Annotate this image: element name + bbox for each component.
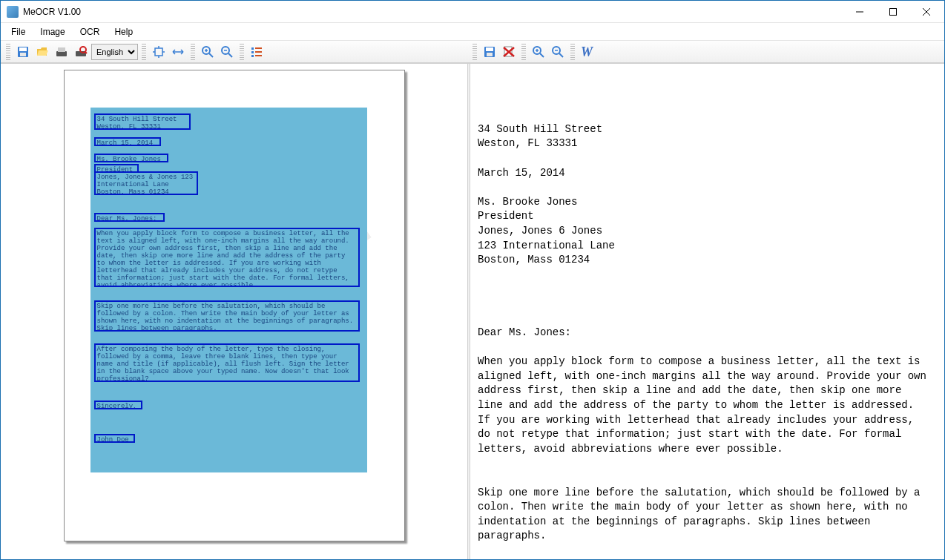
svg-rect-5: [19, 47, 27, 51]
text-output-pane[interactable]: 34 South Hill Street Weston, FL 33331 Ma…: [470, 64, 944, 559]
svg-rect-8: [58, 47, 65, 52]
zone-list-button[interactable]: [248, 43, 266, 61]
left-toolbar: English: [1, 41, 467, 62]
toolbar-grip: [142, 44, 146, 60]
ocr-zone[interactable]: 34 South Hill Street Weston, FL 33331: [94, 113, 191, 130]
scan-ocr-button[interactable]: [72, 43, 90, 61]
output-text[interactable]: 34 South Hill Street Weston, FL 33331 Ma…: [478, 79, 931, 559]
menu-image[interactable]: Image: [33, 24, 72, 39]
export-word-button[interactable]: W: [579, 43, 596, 61]
language-select[interactable]: English: [91, 44, 138, 60]
ocr-zone[interactable]: Skip one more line before the salutation…: [94, 300, 360, 332]
svg-line-14: [209, 53, 213, 57]
open-button[interactable]: [33, 43, 51, 61]
svg-rect-22: [251, 55, 254, 57]
scanned-page[interactable]: SAMPLE 34 South Hill Street Weston, FL 3…: [64, 70, 405, 541]
svg-line-33: [540, 53, 544, 57]
save-text-button[interactable]: [481, 43, 498, 61]
ocr-zone[interactable]: When you apply block form to compose a b…: [94, 228, 360, 287]
ocr-zone[interactable]: John Doe: [94, 434, 135, 443]
svg-line-37: [559, 53, 563, 57]
svg-rect-7: [56, 51, 67, 56]
app-window: MeOCR V1.00 File Image OCR Help English: [0, 0, 945, 560]
toolbar: English W: [1, 41, 944, 63]
close-button[interactable]: [909, 1, 943, 22]
scan-button[interactable]: [53, 43, 70, 61]
zoom-in-button[interactable]: [199, 43, 217, 61]
svg-rect-1: [889, 8, 896, 15]
image-pane[interactable]: SAMPLE 34 South Hill Street Weston, FL 3…: [1, 64, 467, 559]
svg-rect-20: [251, 47, 254, 50]
menubar: File Image OCR Help: [1, 23, 944, 41]
app-icon: [7, 6, 19, 18]
ocr-zone[interactable]: Sincerely,: [94, 401, 142, 409]
svg-rect-12: [155, 48, 162, 56]
fit-page-button[interactable]: [150, 43, 168, 61]
save-button[interactable]: [14, 43, 32, 61]
fit-width-button[interactable]: [169, 43, 187, 61]
ocr-selection-region[interactable]: 34 South Hill Street Weston, FL 33331 Ma…: [90, 108, 367, 472]
toolbar-grip: [472, 44, 477, 60]
zoom-in-text-button[interactable]: [530, 43, 547, 61]
clear-text-button[interactable]: [500, 43, 518, 61]
menu-help[interactable]: Help: [107, 24, 140, 39]
svg-rect-21: [251, 51, 254, 53]
window-title: MeOCR V1.00: [23, 7, 843, 17]
menu-ocr[interactable]: OCR: [73, 24, 108, 39]
right-toolbar: W: [467, 41, 599, 62]
maximize-button[interactable]: [876, 1, 909, 22]
ocr-zone[interactable]: After composing the body of the letter, …: [94, 343, 360, 382]
toolbar-grip: [570, 44, 575, 60]
svg-line-18: [228, 53, 232, 57]
toolbar-grip: [6, 44, 10, 60]
minimize-button[interactable]: [843, 1, 876, 22]
titlebar: MeOCR V1.00: [1, 1, 944, 23]
toolbar-grip: [240, 44, 244, 60]
ocr-zone[interactable]: Jones, Jones & Jones 123 International L…: [94, 171, 198, 195]
toolbar-grip: [191, 44, 195, 60]
zoom-out-button[interactable]: [218, 43, 236, 61]
menu-file[interactable]: File: [4, 24, 33, 39]
content-area: SAMPLE 34 South Hill Street Weston, FL 3…: [1, 63, 944, 559]
ocr-zone[interactable]: Dear Ms. Jones:: [94, 213, 165, 222]
ocr-zone[interactable]: Ms. Brooke Jones: [94, 154, 168, 162]
svg-text:W: W: [581, 45, 594, 59]
ocr-zone[interactable]: March 15, 2014: [94, 137, 161, 146]
svg-rect-28: [487, 53, 493, 56]
svg-rect-6: [20, 53, 26, 56]
zoom-out-text-button[interactable]: [549, 43, 567, 61]
svg-rect-27: [486, 47, 493, 51]
toolbar-grip: [521, 44, 526, 60]
